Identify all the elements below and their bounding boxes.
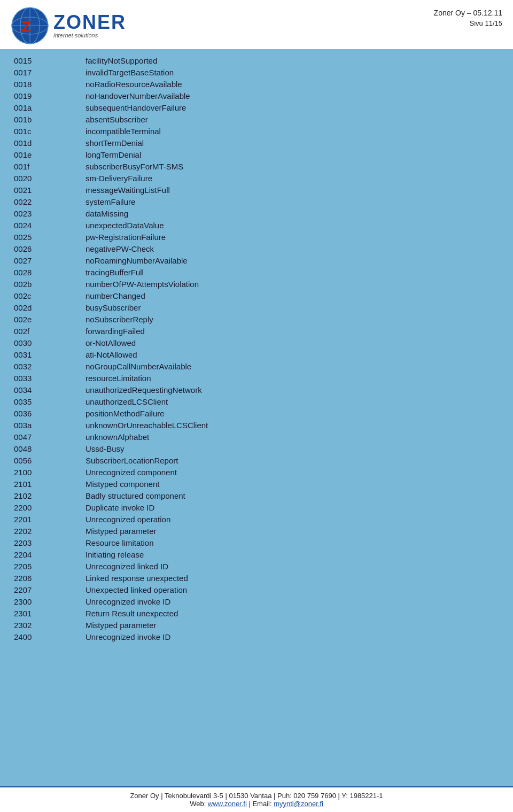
row-label: unauthorizedRequestingNetwork [59,384,502,396]
row-code: 0034 [11,384,59,396]
row-code: 0019 [11,90,59,102]
row-label: SubscriberLocationReport [59,454,502,466]
row-code: 0022 [11,196,59,207]
row-label: facilityNotSupported [59,55,502,66]
table-row: 0036 positionMethodFailure [11,407,502,419]
footer-website-link[interactable]: www.zoner.fi [208,800,247,808]
row-code: 001e [11,149,59,160]
table-row: 0026 negativePW-Check [11,243,502,254]
row-code: 003a [11,419,59,431]
row-label: absentSubscriber [59,113,502,125]
row-label: unknownAlphabet [59,431,502,443]
row-code: 0021 [11,184,59,196]
row-label: or-NotAllowed [59,337,502,349]
table-row: 001c incompatibleTerminal [11,125,502,137]
table-row: 0027 noRoamingNumberAvailable [11,254,502,266]
table-row: 0034 unauthorizedRequestingNetwork [11,384,502,396]
row-label: invalidTargetBaseStation [59,66,502,78]
row-code: 2400 [11,631,59,643]
table-row: 0031 ati-NotAllowed [11,349,502,360]
row-label: incompatibleTerminal [59,125,502,137]
row-code: 2202 [11,525,59,537]
table-row: 2204 Initiating release [11,548,502,560]
table-row: 2207 Unexpected linked operation [11,584,502,596]
table-row: 001b absentSubscriber [11,113,502,125]
row-code: 0032 [11,360,59,372]
table-row: 2300 Unrecognized invoke ID [11,596,502,607]
row-label: noSubscriberReply [59,313,502,325]
table-row: 2200 Duplicate invoke ID [11,501,502,513]
logo-area: Z ZONER internet solutions [11,6,126,45]
table-row: 2206 Linked response unexpected [11,572,502,584]
row-code: 0048 [11,443,59,454]
row-code: 0031 [11,349,59,360]
row-code: 0035 [11,396,59,407]
row-code: 0018 [11,78,59,90]
row-label: Return Result unexpected [59,607,502,619]
row-label: busySubscriber [59,301,502,313]
table-row: 2201 Unrecognized operation [11,513,502,525]
row-code: 0036 [11,407,59,419]
content-area: 0015 facilityNotSupported 0017 invalidTa… [0,49,513,786]
row-label: unknownOrUnreachableLCSClient [59,419,502,431]
row-code: 0030 [11,337,59,349]
row-code: 0017 [11,66,59,78]
row-code: 2201 [11,513,59,525]
row-code: 001a [11,102,59,113]
row-code: 0047 [11,431,59,443]
row-code: 2100 [11,466,59,478]
footer-line2: Web: www.zoner.fi | Email: myynti@zoner.… [11,800,502,808]
table-row: 0056 SubscriberLocationReport [11,454,502,466]
row-label: messageWaitingListFull [59,184,502,196]
table-row: 001e longTermDenial [11,149,502,160]
table-row: 2400 Unrecognized invoke ID [11,631,502,643]
table-row: 0033 resourceLimitation [11,372,502,384]
table-row: 002f forwardingFailed [11,325,502,337]
row-label: Unrecognized operation [59,513,502,525]
footer-email-label: | Email: [247,800,274,808]
row-label: Resource limitation [59,537,502,548]
table-row: 002b numberOfPW-AttemptsViolation [11,278,502,290]
table-row: 0015 facilityNotSupported [11,55,502,66]
row-label: noHandoverNumberAvailable [59,90,502,102]
row-code: 2300 [11,596,59,607]
row-label: noRoamingNumberAvailable [59,254,502,266]
table-row: 2101 Mistyped component [11,478,502,490]
row-code: 002e [11,313,59,325]
row-label: noRadioResourceAvailable [59,78,502,90]
row-code: 2102 [11,490,59,501]
row-label: subscriberBusyForMT-SMS [59,160,502,172]
table-row: 0048 Ussd-Busy [11,443,502,454]
row-label: Mistyped parameter [59,619,502,631]
table-row: 001f subscriberBusyForMT-SMS [11,160,502,172]
table-row: 2100 Unrecognized component [11,466,502,478]
logo-brand-name: ZONER [53,13,126,32]
table-row: 2202 Mistyped parameter [11,525,502,537]
row-code: 0023 [11,207,59,219]
row-label: systemFailure [59,196,502,207]
row-code: 2101 [11,478,59,490]
row-code: 0056 [11,454,59,466]
footer-email-link[interactable]: myynti@zoner.fi [274,800,323,808]
row-label: Badly structured component [59,490,502,501]
row-code: 2207 [11,584,59,596]
table-row: 2205 Unrecognized linked ID [11,560,502,572]
row-label: tracingBufferFull [59,266,502,278]
logo-text: ZONER internet solutions [53,13,126,38]
logo-globe-icon: Z [11,6,49,45]
header: Z ZONER internet solutions Zoner Oy – 05… [0,0,513,49]
row-label: unauthorizedLCSClient [59,396,502,407]
table-row: 0030 or-NotAllowed [11,337,502,349]
table-row: 003a unknownOrUnreachableLCSClient [11,419,502,431]
row-label: subsequentHandoverFailure [59,102,502,113]
table-row: 0028 tracingBufferFull [11,266,502,278]
table-row: 0023 dataMissing [11,207,502,219]
table-row: 2102 Badly structured component [11,490,502,501]
row-code: 0015 [11,55,59,66]
row-code: 0020 [11,172,59,184]
row-code: 001b [11,113,59,125]
row-code: 0027 [11,254,59,266]
table-row: 001a subsequentHandoverFailure [11,102,502,113]
row-code: 2205 [11,560,59,572]
row-label: longTermDenial [59,149,502,160]
